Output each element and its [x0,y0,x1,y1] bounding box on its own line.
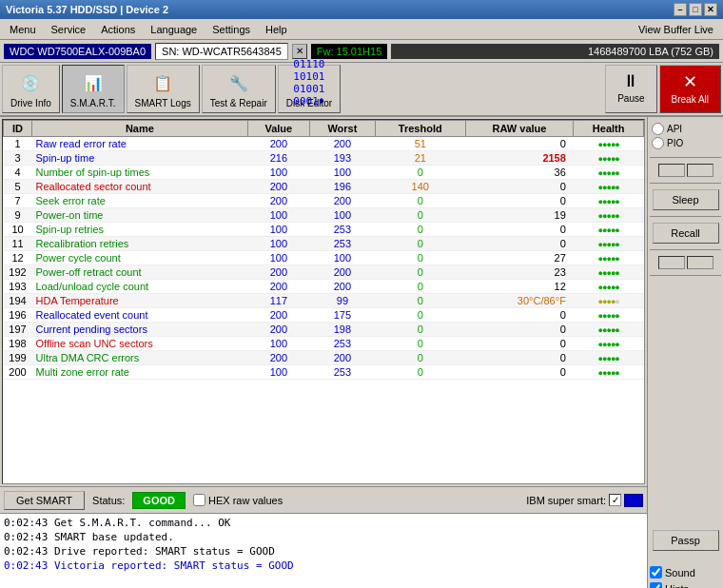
cell-id: 12 [4,251,32,265]
ibm-checkbox[interactable] [609,494,621,506]
cell-name[interactable]: Load/unload cycle count [32,280,248,294]
cell-name[interactable]: Recalibration retries [32,237,248,251]
test-repair-button[interactable]: 🔧 Test & Repair [202,65,276,113]
cell-threshold: 0 [375,280,465,294]
cell-name[interactable]: Seek error rate [32,194,248,208]
cell-raw: 27 [465,251,574,265]
cell-name[interactable]: Number of spin-up times [32,166,248,180]
table-row: 194HDA Temperature11799030°C/86°F●●●●● [4,294,644,308]
ibm-blue-box[interactable] [624,494,643,507]
hints-checkbox[interactable] [650,582,662,588]
hex-checkbox[interactable] [193,494,205,506]
cell-name[interactable]: HDA Temperature [32,294,248,308]
smart-table-wrap[interactable]: ID Name Value Worst Treshold RAW value H… [2,119,645,484]
menu-settings[interactable]: Settings [205,22,258,37]
table-row: 199Ultra DMA CRC errors20020000●●●●● [4,351,644,365]
sidebar-box-3 [658,256,685,269]
api-radio-item[interactable]: API [652,123,719,135]
table-row: 5Reallocated sector count2001961400●●●●● [4,180,644,194]
cell-worst: 200 [309,351,375,365]
pio-radio[interactable] [652,137,664,149]
view-buffer-live[interactable]: View Buffer Live [631,22,721,37]
drive-info-button[interactable]: 💿 Drive Info [2,65,60,113]
cell-name[interactable]: Offline scan UNC sectors [32,337,248,351]
health-dots: ●●●●● [598,225,619,235]
sleep-button[interactable]: Sleep [653,189,719,210]
col-id: ID [4,121,32,137]
cell-value: 100 [247,166,309,180]
cell-name[interactable]: Power-off retract count [32,265,248,280]
minimize-button[interactable]: – [674,3,687,16]
test-repair-label: Test & Repair [210,98,267,108]
hex-label: HEX raw values [208,495,283,506]
pause-button[interactable]: ⏸ Pause [605,65,656,113]
cell-id: 7 [4,194,32,208]
menu-actions[interactable]: Actions [93,22,143,37]
cell-name[interactable]: Ultra DMA CRC errors [32,351,248,365]
menu-service[interactable]: Service [44,22,94,37]
sidebar-indicator-row2 [658,256,713,269]
cell-name[interactable]: Power cycle count [32,251,248,265]
ibm-label: IBM super smart: [526,495,606,506]
toolbar: 💿 Drive Info 📊 S.M.A.R.T. 📋 SMART Logs 🔧… [0,63,723,117]
cell-worst: 100 [309,166,375,180]
break-all-button[interactable]: ✕ Break All [659,65,721,113]
health-dots: ●●●●● [598,325,619,335]
cell-value: 200 [247,308,309,323]
cell-raw: 30°C/86°F [465,294,574,308]
cell-value: 100 [247,208,309,223]
cell-raw: 19 [465,208,574,223]
log-line: 0:02:43 Get S.M.A.R.T. command... OK [4,516,643,530]
pio-radio-item[interactable]: PIO [652,137,719,149]
cell-value: 100 [247,251,309,265]
right-sidebar: API PIO Sleep Recall Passp Sound [647,117,723,588]
cell-health: ●●●●● [574,280,644,294]
cell-name[interactable]: Current pending sectors [32,323,248,337]
menu-bar: Menu Service Actions Language Settings H… [0,19,723,40]
menu-help[interactable]: Help [258,22,295,37]
cell-name[interactable]: Reallocated event count [32,308,248,323]
cell-health: ●●●●● [574,137,644,151]
menu-language[interactable]: Language [143,22,205,37]
cell-name[interactable]: Raw read error rate [32,137,248,151]
disk-editor-icon: 0111010101010010001♦ [296,69,322,96]
cell-threshold: 0 [375,208,465,223]
table-row: 197Current pending sectors20019800●●●●● [4,323,644,337]
bottom-bar: Get SMART Status: GOOD HEX raw values IB… [0,486,647,513]
log-area[interactable]: 0:02:43 Get S.M.A.R.T. command... OK0:02… [0,513,647,588]
get-smart-button[interactable]: Get SMART [4,491,85,510]
cell-threshold: 0 [375,351,465,365]
disk-editor-button[interactable]: 0111010101010010001♦ Disk Editor [278,65,341,113]
smart-button[interactable]: 📊 S.M.A.R.T. [62,65,125,113]
cell-raw: 0 [465,351,574,365]
hints-checkbox-row: Hints [650,582,721,588]
cell-threshold: 0 [375,323,465,337]
api-radio[interactable] [652,123,664,135]
cell-name[interactable]: Spin-up retries [32,223,248,237]
ibm-smart-group: IBM super smart: [526,494,643,507]
cell-name[interactable]: Reallocated sector count [32,180,248,194]
cell-health: ●●●●● [574,351,644,365]
device-close-button[interactable]: ✕ [292,44,307,59]
cell-threshold: 0 [375,308,465,323]
cell-id: 1 [4,137,32,151]
cell-name[interactable]: Spin-up time [32,151,248,166]
cell-name[interactable]: Multi zone error rate [32,365,248,380]
cell-value: 200 [247,194,309,208]
close-button[interactable]: ✕ [704,3,717,16]
cell-health: ●●●●● [574,251,644,265]
cell-worst: 253 [309,337,375,351]
title-text: Victoria 5.37 HDD/SSD | Device 2 [6,4,168,15]
sound-checkbox[interactable] [650,566,662,578]
maximize-button[interactable]: □ [689,3,702,16]
cell-value: 200 [247,351,309,365]
recall-button[interactable]: Recall [653,223,719,244]
firmware-version: Fw: 15.01H15 [311,44,387,59]
health-dot-empty: ● [615,297,618,306]
menu-menu[interactable]: Menu [2,22,44,37]
cell-threshold: 0 [375,166,465,180]
passp-button[interactable]: Passp [653,530,719,551]
smart-logs-button[interactable]: 📋 SMART Logs [127,65,200,113]
cell-name[interactable]: Power-on time [32,208,248,223]
disk-editor-label: Disk Editor [286,98,332,108]
